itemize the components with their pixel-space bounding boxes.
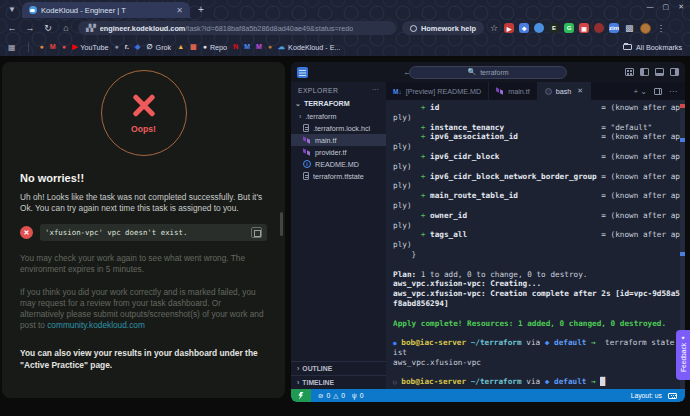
bookmark-item[interactable]: M bbox=[244, 43, 250, 51]
bookmark-items: ●M●▶YouTube●r.◆∅Grok▲▦●RepoNMM●☁KodeKlou… bbox=[37, 43, 344, 52]
new-terminal-button[interactable]: + ⌄ bbox=[633, 87, 647, 96]
back-icon[interactable]: ← bbox=[6, 23, 18, 33]
file-item-main-tf[interactable]: main.tf bbox=[291, 134, 386, 146]
file-item--terraform[interactable]: ›.terraform bbox=[291, 110, 386, 122]
file-item-readme-md[interactable]: iREADME.MD bbox=[291, 158, 386, 170]
bookmark-item[interactable]: ● bbox=[268, 43, 272, 51]
bookmark-item[interactable]: ● bbox=[115, 43, 119, 51]
bookmark-item[interactable]: ▦ bbox=[190, 43, 197, 51]
remote-indicator[interactable] bbox=[291, 389, 311, 402]
file-item-terraform-tfstate[interactable]: terraform.tfstate bbox=[291, 170, 386, 182]
extension-icon[interactable]: zim bbox=[609, 23, 619, 33]
file-tree: ›.terraform.terraform.lock.hclmain.tfpro… bbox=[291, 110, 386, 182]
extension-icon[interactable]: ❖ bbox=[519, 23, 529, 33]
forward-icon[interactable]: → bbox=[24, 23, 36, 33]
browser-toolbar: ← → ↻ ⌂ ▞▞ engineer.kodekloud.com/task?i… bbox=[0, 18, 690, 38]
timeline-section[interactable]: › TIMELINE bbox=[291, 375, 386, 389]
dashboard-note: You can also view your results in your d… bbox=[20, 348, 267, 371]
hint-review: If you think you did your work correctly… bbox=[20, 287, 267, 331]
terminal-line: ply) bbox=[393, 142, 685, 152]
bookmark-item[interactable]: ● bbox=[62, 43, 66, 51]
extensions-puzzle-icon[interactable]: ▩ bbox=[625, 23, 634, 33]
file-item-provider-tf[interactable]: provider.tf bbox=[291, 146, 386, 158]
keyboard-icon[interactable] bbox=[668, 393, 677, 399]
bookmark-item[interactable]: M bbox=[256, 43, 262, 51]
bookmark-item[interactable]: ●Repo bbox=[203, 43, 227, 52]
feedback-button[interactable]: ✦ Feedback bbox=[676, 330, 690, 380]
extension-icon[interactable] bbox=[594, 23, 604, 33]
vscode-statusbar: ⊘ 0 △ 0 ψ 0 Layout: us bbox=[291, 389, 685, 402]
explorer-more-icon[interactable]: ⋯ bbox=[372, 86, 379, 94]
reload-icon[interactable]: ↻ bbox=[42, 23, 54, 33]
all-bookmarks-button[interactable]: All Bookmarks bbox=[623, 43, 682, 52]
panel-scrollbar[interactable] bbox=[280, 212, 283, 236]
folder-icon bbox=[623, 44, 632, 50]
extension-icon[interactable]: E bbox=[549, 23, 559, 33]
terminal-icon bbox=[545, 88, 552, 95]
extension-icon[interactable]: ▶ bbox=[504, 23, 514, 33]
profile-avatar[interactable] bbox=[640, 23, 651, 34]
chevron-right-icon: › bbox=[297, 365, 299, 372]
extension-icon[interactable]: ▣ bbox=[579, 23, 589, 33]
bookmark-item[interactable]: ● bbox=[40, 43, 44, 51]
customize-layout-icon[interactable] bbox=[625, 68, 634, 76]
terminal-line: ply) bbox=[393, 240, 685, 250]
bookmark-item[interactable]: ▲ bbox=[177, 43, 184, 51]
keyboard-layout-label[interactable]: Layout: us bbox=[631, 392, 662, 399]
home-icon[interactable]: ⌂ bbox=[60, 23, 72, 33]
apps-grid-icon[interactable]: ▦ bbox=[8, 43, 16, 52]
terminal[interactable]: + id = (known after apply) + instance_te… bbox=[386, 100, 685, 389]
kodekloud-favicon bbox=[29, 6, 37, 14]
homework-help-extension-chip[interactable]: Homework help bbox=[402, 21, 484, 35]
bookmark-item[interactable]: M bbox=[50, 43, 56, 51]
error-count-icon: ⊘ bbox=[318, 392, 323, 400]
toggle-panel-icon[interactable] bbox=[655, 68, 664, 76]
tab-main-tf[interactable]: main.tf bbox=[489, 82, 538, 100]
tab-readme-preview[interactable]: M↓ [Preview] README.MD bbox=[386, 82, 489, 100]
site-settings-icon[interactable]: ▞▞ bbox=[86, 24, 95, 32]
maximize-button[interactable]: ▢ bbox=[663, 3, 670, 11]
markdown-icon: M↓ bbox=[393, 88, 402, 95]
outline-section[interactable]: › OUTLINE bbox=[291, 361, 386, 375]
hint-check-work: You may check your work again to see wha… bbox=[20, 253, 267, 275]
bookmark-star-icon[interactable]: ☆ bbox=[490, 23, 498, 33]
address-bar[interactable]: ▞▞ engineer.kodekloud.com/task?id=6818ba… bbox=[78, 21, 396, 35]
minimize-button[interactable]: — bbox=[647, 3, 654, 11]
tab-search-chevron-icon[interactable]: ▼ bbox=[8, 5, 16, 14]
close-window-button[interactable]: ✕ bbox=[678, 3, 684, 11]
ports-indicator[interactable]: ψ 0 bbox=[352, 392, 363, 399]
terminal-line: ply) bbox=[393, 181, 685, 191]
bookmark-item[interactable]: ▶YouTube bbox=[72, 43, 109, 52]
bookmark-item[interactable]: ∅Grok bbox=[146, 43, 171, 52]
extension-icon[interactable] bbox=[534, 23, 544, 33]
workspace-root[interactable]: ⌄ TERRAFORM bbox=[291, 97, 386, 110]
split-editor-icon[interactable] bbox=[654, 88, 662, 95]
result-intro: Uh oh! Looks like the task was not compl… bbox=[20, 192, 267, 214]
vscode-menu-icon[interactable] bbox=[297, 67, 308, 78]
terminal-line bbox=[393, 368, 685, 378]
file-item--terraform-lock-hcl[interactable]: .terraform.lock.hcl bbox=[291, 122, 386, 134]
tab-bash[interactable]: bash ✕ bbox=[538, 82, 591, 100]
editor-more-icon[interactable]: ⋯ bbox=[669, 87, 677, 96]
new-tab-button[interactable]: + bbox=[198, 4, 204, 15]
terraform-icon bbox=[496, 87, 504, 95]
command-center-search[interactable]: 🔍 terraform bbox=[409, 66, 567, 79]
browser-tab[interactable]: KodeKloud - Engineer | T ✕ bbox=[22, 2, 190, 18]
terminal-line: ply) bbox=[393, 113, 685, 123]
browser-menu-icon[interactable]: ⋮ bbox=[657, 24, 665, 33]
toggle-sidebar-icon[interactable] bbox=[640, 68, 649, 76]
bookmark-item[interactable]: N bbox=[233, 43, 238, 51]
close-icon[interactable]: ✕ bbox=[577, 87, 583, 95]
community-link[interactable]: community.kodekloud.com bbox=[47, 320, 145, 330]
toggle-secondary-sidebar-icon[interactable] bbox=[670, 68, 679, 76]
terminal-line bbox=[393, 260, 685, 270]
bookmark-item[interactable]: ◆ bbox=[135, 43, 140, 51]
problems-indicator[interactable]: ⊘ 0 △ 0 bbox=[318, 392, 345, 400]
error-row: ✕ 'xfusion-vpc' vpc doesn't exist. bbox=[20, 224, 267, 241]
bookmark-item[interactable]: r. bbox=[125, 43, 129, 51]
bookmark-item[interactable]: ☁KodeKloud - E... bbox=[278, 43, 340, 52]
extension-icon[interactable]: G bbox=[564, 23, 574, 33]
copy-icon[interactable] bbox=[251, 227, 262, 238]
explorer-sidebar: EXPLORER ⋯ ⌄ TERRAFORM ›.terraform.terra… bbox=[291, 82, 386, 389]
tab-close-icon[interactable]: ✕ bbox=[176, 6, 183, 15]
